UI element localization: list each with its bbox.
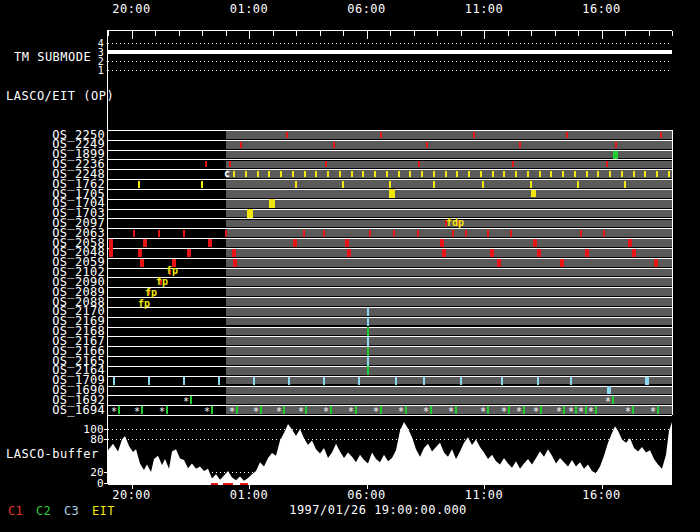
scheduled-region-band	[226, 141, 673, 149]
hour-tick	[508, 31, 509, 36]
event-mark	[315, 171, 317, 177]
event-mark	[330, 406, 332, 414]
event-mark	[141, 406, 143, 414]
camera-flag-asterisk: *	[605, 397, 611, 406]
event-annotation: c	[224, 169, 230, 178]
event-mark	[303, 230, 305, 237]
hour-tick	[437, 31, 438, 36]
event-mark	[503, 171, 505, 177]
scheduled-region-band	[226, 298, 673, 306]
scheduled-region-band	[226, 308, 673, 316]
event-annotation: fp	[145, 288, 157, 297]
time-label-top: 06:00	[347, 3, 386, 15]
hour-tick	[578, 31, 579, 36]
event-mark	[305, 406, 307, 414]
scheduled-region-band	[226, 347, 673, 355]
event-mark	[367, 307, 369, 316]
event-mark	[530, 181, 532, 188]
scheduled-region-band	[226, 337, 673, 345]
event-mark	[423, 377, 425, 385]
event-mark	[644, 171, 646, 177]
event-mark	[609, 171, 611, 177]
event-mark	[208, 239, 212, 247]
event-mark	[575, 406, 577, 414]
scheduled-region-band	[226, 190, 673, 198]
event-mark	[233, 171, 235, 177]
event-mark	[523, 406, 525, 414]
event-mark	[562, 171, 564, 177]
legend-item-c1: C1	[8, 505, 23, 517]
camera-flag-asterisk: *	[533, 407, 539, 416]
event-mark	[433, 181, 435, 188]
hour-tick	[555, 31, 556, 36]
camera-flag-asterisk: *	[276, 407, 282, 416]
event-mark	[468, 171, 470, 177]
buffer-ytick-mark	[104, 483, 108, 484]
event-mark	[325, 161, 327, 167]
time-label-bottom: 06:00	[347, 489, 386, 501]
camera-flag-asterisk: *	[501, 407, 507, 416]
tm-level-label: 1	[86, 65, 104, 76]
scheduled-region-band	[226, 278, 673, 286]
event-mark	[386, 171, 388, 177]
event-mark	[612, 396, 614, 404]
event-mark	[295, 181, 297, 188]
event-mark	[253, 377, 255, 385]
event-mark	[158, 230, 160, 237]
time-label-top: 11:00	[465, 3, 504, 15]
row-label: OS_1694	[30, 405, 105, 415]
event-mark	[632, 249, 636, 257]
event-mark	[323, 377, 325, 385]
event-mark	[367, 337, 369, 346]
time-label-bottom: 01:00	[230, 489, 269, 501]
event-mark	[190, 396, 192, 404]
event-annotation: fp	[138, 299, 150, 308]
camera-flag-asterisk: *	[348, 407, 354, 416]
event-mark	[580, 230, 582, 237]
buffer-ytick-mark	[104, 429, 108, 430]
event-mark	[211, 406, 213, 414]
event-mark	[327, 171, 329, 177]
event-mark	[333, 142, 335, 148]
scheduled-region-band	[226, 328, 673, 336]
event-mark	[240, 142, 242, 148]
event-mark	[260, 406, 262, 414]
plot-start-timestamp: 1997/01/26 19:00:00.000	[289, 504, 467, 516]
hour-tick	[343, 31, 344, 36]
time-label-top: 01:00	[230, 3, 269, 15]
camera-flag-asterisk: *	[516, 407, 522, 416]
hour-tick	[484, 31, 485, 39]
buffer-ytick-mark	[104, 472, 108, 473]
event-mark	[433, 171, 435, 177]
buffer-red-gap-segment	[240, 483, 248, 485]
scheduled-region-band	[226, 269, 673, 277]
event-mark	[148, 377, 150, 385]
event-mark	[109, 248, 113, 257]
event-mark	[585, 249, 589, 257]
event-mark	[492, 171, 494, 177]
event-mark	[613, 151, 618, 159]
hour-tick	[461, 31, 462, 36]
event-mark	[421, 171, 423, 177]
event-annotation: fp	[156, 277, 168, 286]
event-mark	[597, 171, 599, 177]
event-mark	[293, 239, 297, 247]
scheduled-region-band	[226, 367, 673, 375]
event-mark	[345, 239, 349, 247]
event-mark	[358, 377, 360, 385]
event-mark	[369, 230, 371, 237]
event-mark	[660, 132, 662, 138]
camera-flag-asterisk: *	[578, 407, 584, 416]
tm-submode-line	[108, 50, 672, 54]
event-mark	[473, 132, 475, 138]
event-mark	[280, 171, 282, 177]
event-mark	[405, 406, 407, 414]
tm-dotted-gridline	[108, 61, 672, 62]
event-mark	[574, 171, 576, 177]
event-mark	[645, 377, 649, 385]
event-mark	[633, 171, 635, 177]
lasco-buffer-label: LASCO-buffer	[6, 449, 99, 460]
event-mark	[430, 406, 432, 414]
event-mark	[628, 239, 632, 247]
event-mark	[292, 171, 294, 177]
